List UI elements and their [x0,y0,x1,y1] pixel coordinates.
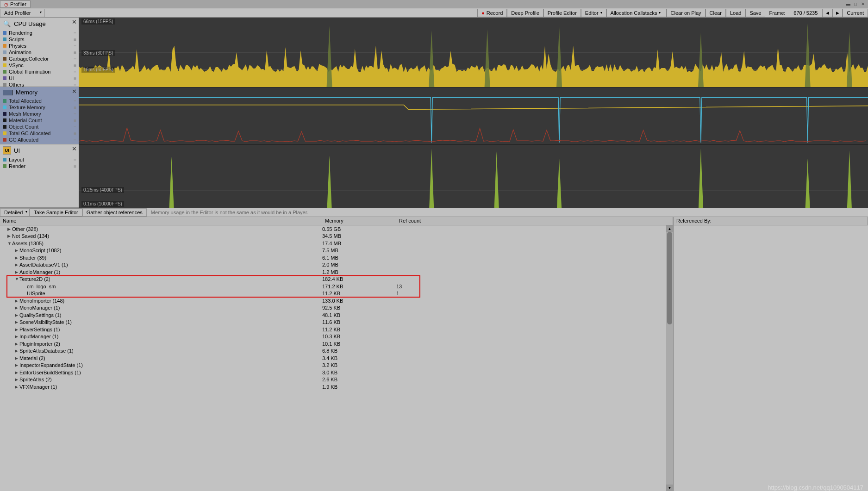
table-row[interactable]: ▶SpriteAtlasDatabase (1)6.8 KB [0,348,673,355]
legend-item[interactable]: Texture Memory≡ [2,104,77,111]
legend-item[interactable]: Render≡ [2,163,77,169]
drag-handle-icon[interactable]: ≡ [74,137,76,143]
expand-arrow-icon[interactable]: ▶ [15,270,19,274]
expand-arrow-icon[interactable]: ▶ [15,385,19,389]
max-icon[interactable]: □ [852,1,859,7]
drag-handle-icon[interactable]: ≡ [74,69,76,75]
name-column-header[interactable]: Name [0,217,322,225]
table-row[interactable]: ▶PlayerSettings (1)11.2 KB [0,326,673,333]
ui-chart[interactable]: 0.25ms (4000FPS) 0.1ms (10000FPS) [79,144,868,208]
legend-item[interactable]: VSync≡ [2,62,77,68]
table-row[interactable]: UISprite11.2 KB1 [0,290,673,298]
close-icon[interactable]: ✕ [860,1,866,7]
scrollbar-thumb[interactable] [667,232,672,324]
expand-arrow-icon[interactable]: ▶ [15,327,19,332]
legend-item[interactable]: Total Allocated≡ [2,98,77,104]
drag-handle-icon[interactable]: ≡ [74,31,76,36]
cpu-chart[interactable]: 66ms (15FPS) 33ms (30FPS) 16ms (60FPS) [79,18,868,87]
table-row[interactable]: ▶VFXManager (1)1.9 KB [0,383,673,391]
drag-handle-icon[interactable]: ≡ [74,124,76,130]
memory-column-header[interactable]: Memory [322,217,396,225]
legend-item[interactable]: Scripts≡ [2,36,77,43]
expand-arrow-icon[interactable]: ▶ [15,320,19,324]
clear-on-play-button[interactable]: Clear on Play [667,9,706,17]
expand-arrow-icon[interactable]: ▶ [15,248,19,253]
table-row[interactable]: ▼Assets (1305)17.4 MB [0,240,673,247]
table-row[interactable]: ▶Not Saved (134)34.5 MB [0,233,673,240]
cpu-usage-header[interactable]: 🔍 CPU Usage [0,18,79,30]
drag-handle-icon[interactable]: ≡ [74,50,76,55]
drag-handle-icon[interactable]: ≡ [74,56,76,62]
next-frame-button[interactable]: ▶ [832,9,843,17]
table-row[interactable]: ▶Shader (39)6.1 MB [0,254,673,261]
ui-header[interactable]: UI UI [0,144,79,156]
expand-arrow-icon[interactable]: ▶ [15,298,19,303]
expand-arrow-icon[interactable]: ▶ [15,348,19,353]
drag-handle-icon[interactable]: ≡ [74,37,76,42]
expand-arrow-icon[interactable]: ▼ [15,277,19,281]
drag-handle-icon[interactable]: ≡ [74,112,76,117]
profiler-tab[interactable]: Profiler [0,0,31,8]
table-row[interactable]: ▶Other (328)0.55 GB [0,225,673,233]
allocation-callstacks-dropdown[interactable]: Allocation Callstacks [606,9,667,17]
table-row[interactable]: ▶MonoImporter (148)133.0 KB [0,297,673,305]
drag-handle-icon[interactable]: ≡ [74,44,76,49]
close-icon[interactable]: ✕ [72,19,77,25]
legend-item[interactable]: UI≡ [2,75,77,81]
table-row[interactable]: ▶InspectorExpandedState (1)3.2 KB [0,362,673,369]
drag-handle-icon[interactable]: ≡ [74,63,76,68]
drag-handle-icon[interactable]: ≡ [74,105,76,110]
legend-item[interactable]: Global Illumination≡ [2,68,77,75]
scroll-down-button[interactable]: ▼ [666,485,673,491]
table-row[interactable]: ▶Material (2)3.4 KB [0,354,673,362]
drag-handle-icon[interactable]: ≡ [74,157,76,162]
expand-arrow-icon[interactable]: ▶ [15,334,19,339]
expand-arrow-icon[interactable]: ▶ [7,227,12,231]
drag-handle-icon[interactable]: ≡ [74,131,76,136]
table-row[interactable]: ▶EditorUserBuildSettings (1)3.0 KB [0,369,673,376]
clear-button[interactable]: Clear [706,9,726,17]
drag-handle-icon[interactable]: ≡ [74,164,76,169]
table-row[interactable]: ▶AudioManager (1)1.2 MB [0,268,673,276]
expand-arrow-icon[interactable]: ▶ [15,370,19,375]
legend-item[interactable]: Rendering≡ [2,30,77,36]
drag-handle-icon[interactable]: ≡ [74,82,76,87]
legend-item[interactable]: Physics≡ [2,43,77,49]
take-sample-button[interactable]: Take Sample Editor [30,208,82,217]
table-row[interactable]: ▶MonoScript (1082)7.5 MB [0,247,673,255]
table-row[interactable]: ▶MonoManager (1)92.5 KB [0,305,673,312]
refcount-column-header[interactable]: Ref count [396,217,673,225]
table-row[interactable]: ▶SceneVisibilityState (1)11.6 KB [0,319,673,326]
table-row[interactable]: ▶PluginImporter (2)10.1 KB [0,340,673,348]
legend-item[interactable]: Object Count≡ [2,124,77,130]
expand-arrow-icon[interactable]: ▶ [15,305,19,310]
legend-item[interactable]: GarbageCollector≡ [2,56,77,62]
close-icon[interactable]: ✕ [72,88,77,95]
drag-handle-icon[interactable]: ≡ [74,118,76,123]
table-row[interactable]: ▶SpriteAtlas (2)2.6 KB [0,376,673,384]
gather-references-toggle[interactable]: Gather object references [82,208,147,217]
add-profiler-dropdown[interactable]: Add Profiler [0,9,45,17]
legend-item[interactable]: Layout≡ [2,156,77,163]
referenced-by-header[interactable]: Referenced By: [674,217,868,225]
current-button[interactable]: Current [843,9,868,17]
legend-item[interactable]: Total GC Allocated≡ [2,130,77,137]
table-row[interactable]: ▼Texture2D (2)182.4 KB [0,276,673,283]
expand-arrow-icon[interactable]: ▶ [15,255,19,260]
record-button[interactable]: Record [477,9,507,17]
close-icon[interactable]: ✕ [72,145,77,152]
expand-arrow-icon[interactable]: ▶ [15,262,19,267]
deep-profile-button[interactable]: Deep Profile [507,9,543,17]
table-row[interactable]: ▶AssetDatabaseV1 (1)2.0 MB [0,261,673,269]
scroll-up-button[interactable]: ▲ [666,225,673,232]
tree-body[interactable]: ▶Other (328)0.55 GB▶Not Saved (134)34.5 … [0,225,673,491]
detailed-dropdown[interactable]: Detailed [0,208,30,217]
legend-item[interactable]: Material Count≡ [2,117,77,124]
expand-arrow-icon[interactable]: ▶ [15,342,19,346]
table-row[interactable]: ▶InputManager (1)10.3 KB [0,333,673,341]
legend-item[interactable]: Animation≡ [2,49,77,56]
legend-item[interactable]: GC Allocated≡ [2,137,77,143]
expand-arrow-icon[interactable]: ▶ [15,377,19,382]
memory-header[interactable]: Memory [0,87,79,98]
expand-arrow-icon[interactable]: ▶ [7,234,12,238]
